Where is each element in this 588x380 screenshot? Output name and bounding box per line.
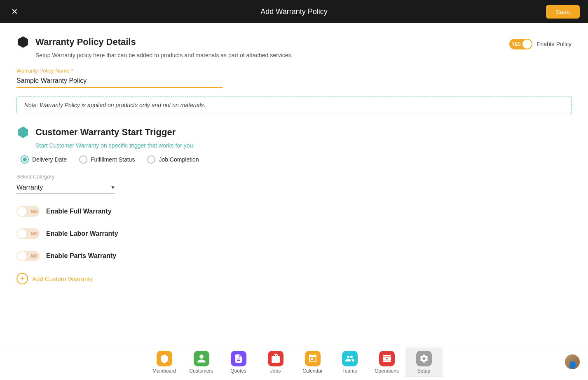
radio-job-completion[interactable]: Job Completion [147,155,199,164]
full-warranty-label: Enable Full Warranty [46,208,112,215]
nav-item-quotes[interactable]: Quotes [220,347,257,377]
trigger-section-title: Customer Warranty Start Trigger [35,127,176,138]
required-asterisk: * [71,68,73,74]
customer-warranty-section: Customer Warranty Start Trigger Start Cu… [16,126,572,194]
trigger-desc: Start Customer Warranty on specific trig… [35,142,572,149]
labor-warranty-toggle[interactable]: NO [16,228,40,239]
close-button[interactable]: ✕ [8,5,21,18]
quotes-icon [231,351,246,366]
warranty-name-label: Warranty Policy Name * [16,68,572,74]
nav-item-calendar[interactable]: Calendar [294,347,331,377]
avatar-person-icon: 👤 [567,362,578,369]
svg-marker-0 [18,36,28,48]
operations-icon [379,351,395,366]
note-box: Note: Warranty Policy is applied on prod… [16,96,572,114]
add-custom-label: Add Custom Warranty [32,275,93,282]
radio-label-fulfillment: Fulfillment Status [91,156,135,163]
warranty-name-field-wrapper: Warranty Policy Name * [16,68,572,88]
radio-label-delivery: Delivery Date [32,156,67,163]
radio-label-job: Job Completion [159,156,199,163]
warranty-details-desc: Setup Warranty policy here that can be a… [35,52,509,59]
select-category-field[interactable]: Warranty ▼ [16,181,115,194]
enable-policy-toggle[interactable]: YES [509,39,532,49]
nav-label-mainboard: Mainboard [152,368,176,374]
nav-item-jobs[interactable]: Jobs [257,347,294,377]
full-warranty-row: NO Enable Full Warranty [16,206,572,217]
nav-item-customers[interactable]: Customers [183,347,220,377]
toggle-no-circle-full [17,207,26,216]
nav-label-jobs: Jobs [270,368,281,374]
nav-label-customers: Customers [189,368,213,374]
nav-label-teams: Teams [342,368,357,374]
nav-item-operations[interactable]: Operations [368,347,405,377]
header: ✕ Add Warranty Policy Save [0,0,588,23]
toggle-no-label-full: NO [31,209,38,214]
toggle-yes-label: YES [512,42,521,47]
toggle-no-circle-labor [17,229,26,238]
add-custom-warranty-row[interactable]: + Add Custom Warranty [16,273,572,284]
enable-policy-row: YES Enable Policy [509,39,572,49]
trigger-radio-group: Delivery Date Fulfillment Status Job Com… [21,155,572,164]
hex-icon-trigger [16,126,30,139]
nav-item-setup[interactable]: Setup [405,347,443,377]
nav-label-quotes: Quotes [230,368,246,374]
radio-circle-delivery [21,155,29,164]
avatar-image: 👤 [565,354,580,369]
page-title: Add Warranty Policy [260,7,327,16]
nav-item-mainboard[interactable]: Mainboard [146,347,183,377]
warranty-details-title: Warranty Policy Details [35,37,136,47]
nav-label-calendar: Calendar [302,368,323,374]
bottom-nav: Mainboard Customers Quotes Jobs Calendar… [0,344,588,380]
section-header-warranty: Warranty Policy Details [16,35,509,49]
teams-icon [342,351,358,366]
setup-icon [416,351,432,366]
nav-label-operations: Operations [375,368,399,374]
mainboard-icon [157,351,172,366]
select-category-wrapper: Select Category Warranty ▼ [16,174,572,194]
svg-marker-1 [18,127,28,138]
avatar[interactable]: 👤 [565,354,580,369]
customers-icon [194,351,209,366]
parts-warranty-toggle[interactable]: NO [16,251,40,261]
note-text: Note: Warranty Policy is applied on prod… [24,102,205,108]
main-content: Warranty Policy Details Setup Warranty p… [0,23,588,344]
toggle-yes-circle [522,40,532,49]
toggle-no-circle-parts [17,251,26,260]
section-header-trigger: Customer Warranty Start Trigger [16,126,572,139]
radio-fulfillment-status[interactable]: Fulfillment Status [79,155,135,164]
radio-circle-fulfillment [79,155,87,164]
hex-icon-warranty [16,35,30,49]
radio-delivery-date[interactable]: Delivery Date [21,155,67,164]
full-warranty-toggle[interactable]: NO [16,206,40,217]
parts-warranty-label: Enable Parts Warranty [46,252,116,260]
nav-item-teams[interactable]: Teams [331,347,368,377]
calendar-icon [305,351,321,366]
add-custom-icon: + [16,273,28,284]
save-button[interactable]: Save [546,5,580,19]
warranty-details-section: Warranty Policy Details Setup Warranty p… [16,35,572,65]
warranty-toggles-section: NO Enable Full Warranty NO Enable Labor … [16,206,572,261]
enable-policy-label: Enable Policy [536,41,572,47]
toggle-no-label-parts: NO [31,253,38,258]
toggle-no-label-labor: NO [31,231,38,236]
labor-warranty-label: Enable Labor Warranty [46,230,118,237]
parts-warranty-row: NO Enable Parts Warranty [16,251,572,261]
chevron-down-icon: ▼ [110,185,115,190]
nav-label-setup: Setup [417,368,430,374]
labor-warranty-row: NO Enable Labor Warranty [16,228,572,239]
jobs-icon [268,351,283,366]
select-category-input[interactable]: Warranty [16,184,107,191]
radio-circle-job [147,155,155,164]
select-category-label: Select Category [16,174,572,180]
warranty-name-input[interactable] [16,75,223,88]
